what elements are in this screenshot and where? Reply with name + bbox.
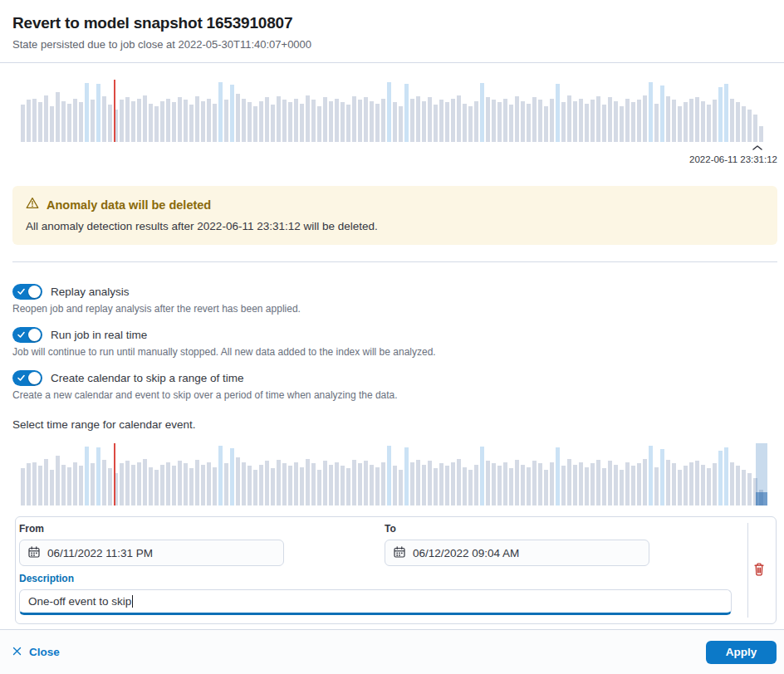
event-rate-bar [311,100,316,142]
calendar-range-chart[interactable] [21,443,763,506]
event-rate-bar [184,463,188,506]
toggle-row-replay-analysis: Replay analysis [12,284,777,300]
event-rate-bar [649,446,653,506]
event-rate-bar [486,97,490,142]
event-rate-bar [358,100,362,142]
event-rate-bar [480,447,484,506]
event-rate-bar [56,92,60,142]
event-rate-bar [730,99,734,143]
warning-title: Anomaly data will be deleted [47,198,211,212]
event-rate-bar [67,104,71,143]
from-label: From [19,523,385,535]
event-rate-bar [73,99,77,143]
event-rate-bar [224,463,228,506]
event-rate-bar [102,96,106,143]
event-rate-bar [213,104,217,143]
event-rate-bar [346,468,350,506]
time-range-selection-handle[interactable] [756,492,767,506]
event-rate-bar [154,106,159,143]
event-rate-bar [457,95,461,142]
section-divider [12,261,777,262]
event-rate-bar [160,101,164,143]
event-rate-bar [503,99,507,143]
anomaly-warning-callout: Anomaly data will be deleted All anomaly… [12,186,777,245]
event-rate-bar [242,99,246,143]
event-rate-bar [143,459,147,506]
event-rate-bar [346,105,350,142]
event-rate-bar [614,101,618,143]
to-date-value: 06/12/2022 09:04 AM [413,547,519,559]
event-rate-bar [311,463,316,506]
event-rate-bar [323,461,327,506]
warning-icon [26,197,39,212]
event-rate-bar [294,462,298,506]
close-icon [12,646,22,658]
event-rate-bar [282,463,287,506]
event-rate-bar [532,461,537,506]
to-date-input[interactable]: 06/12/2022 09:04 AM [385,540,649,566]
event-rate-bar [207,462,211,506]
event-rate-bar [32,462,37,506]
event-rate-bar [56,456,60,506]
event-rate-bar [67,467,71,506]
flyout-body: 2022-06-11 23:31:12 Anomaly data will be… [0,63,784,629]
event-rate-bar [718,87,723,142]
event-rate-bar [527,104,531,143]
event-rate-bar [631,466,635,506]
from-date-input[interactable]: 06/11/2022 11:31 PM [19,540,284,566]
event-rate-bar [515,96,519,143]
apply-button[interactable]: Apply [706,641,777,664]
create-calendar-toggle[interactable] [12,370,42,386]
toggle-help-text: Reopen job and replay analysis after the… [12,303,777,315]
event-rate-bar [747,473,752,506]
event-rate-chart[interactable] [21,80,763,142]
event-rate-bar [497,102,502,142]
event-rate-bar [620,106,624,143]
event-rate-bar [707,468,711,506]
event-rate-bar [184,100,188,142]
run-real-time-toggle[interactable] [12,327,42,343]
event-rate-bar [654,467,659,506]
event-rate-bar [474,465,478,506]
event-rate-bar [236,457,240,506]
event-rate-bar [137,99,141,143]
event-rate-bar [550,462,554,506]
toggle-label: Run job in real time [51,329,147,341]
toggle-help-text: Create a new calendar and event to skip … [12,389,777,401]
page-title: Revert to model snapshot 1653910807 [12,14,772,32]
event-rate-bar [590,100,595,142]
event-rate-bar [288,102,292,142]
event-rate-bar [218,82,223,142]
event-rate-bar [620,470,624,506]
event-rate-bar [660,449,664,506]
event-rate-bar [637,100,641,142]
description-label: Description [19,573,776,584]
event-rate-bar [137,462,141,506]
event-rate-bar [643,459,647,506]
from-field: From 06/11/2022 11:31 PM [19,523,385,566]
event-rate-bar [428,97,432,142]
event-rate-bar [684,466,688,506]
event-rate-bar [463,104,467,143]
event-rate-bar [416,96,420,143]
description-input[interactable]: One-off event to skip [19,589,732,615]
event-rate-bar [73,462,77,506]
delete-event-button[interactable] [748,559,770,581]
event-rate-bar [370,101,374,143]
event-rate-bar [178,461,182,506]
event-rate-bar [596,460,600,506]
event-rate-bar [253,106,257,143]
revert-point-marker-line [114,443,115,506]
event-rate-bar [561,102,566,142]
event-rate-bar [370,465,374,506]
event-rate-bar [27,463,31,506]
event-rate-bar [492,100,496,142]
event-rate-bar [434,468,438,506]
close-button[interactable]: Close [12,646,60,658]
event-rate-bar [38,466,42,506]
event-rate-bar [515,460,519,506]
replay-analysis-toggle[interactable] [12,284,42,300]
calendar-icon [394,546,405,560]
event-rate-bar [544,106,548,143]
event-rate-bar [317,106,321,143]
